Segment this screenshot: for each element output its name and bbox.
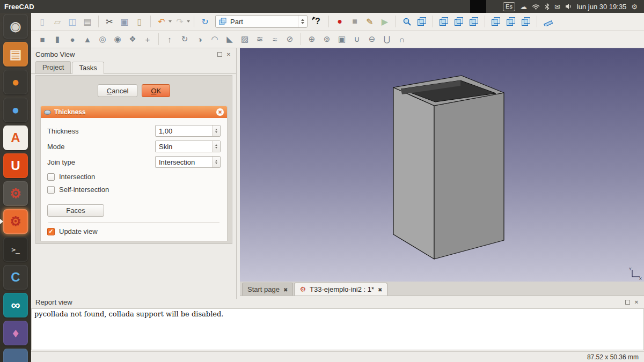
tab-close-icon[interactable] xyxy=(283,285,288,293)
spinbox-arrows-icon[interactable] xyxy=(212,125,220,136)
mode-combobox[interactable]: Skin xyxy=(155,141,221,152)
3d-viewport[interactable]: Y X xyxy=(240,48,644,282)
part-ruled-surface-button[interactable]: ▨ xyxy=(238,32,252,46)
part-create-primitives-button[interactable]: ❖ xyxy=(126,32,140,46)
part-shape-builder-button[interactable]: + xyxy=(141,32,155,46)
view-top-button[interactable] xyxy=(452,14,466,28)
tab-project[interactable]: Project xyxy=(35,61,71,73)
copy-button[interactable]: ▣ xyxy=(118,14,131,28)
paste-button[interactable]: ▯ xyxy=(133,14,147,28)
launcher-files[interactable]: ▤ xyxy=(3,42,28,67)
launcher-dash-home[interactable]: ◉ xyxy=(3,14,28,39)
thickness-spinbox[interactable] xyxy=(155,125,221,137)
view-left-button[interactable] xyxy=(519,14,533,28)
view-front-button[interactable] xyxy=(437,14,451,28)
part-fillet-button[interactable]: ◠ xyxy=(208,32,222,46)
new-document-button[interactable]: ▯ xyxy=(35,14,49,28)
part-box-button[interactable]: ■ xyxy=(35,32,49,46)
part-cone-button[interactable]: ▲ xyxy=(80,32,94,46)
workbench-selector[interactable]: Part xyxy=(215,15,308,28)
bluetooth-icon[interactable] xyxy=(545,3,550,10)
open-document-button[interactable]: ▱ xyxy=(50,14,64,28)
launcher-system-tools[interactable]: ⚙ xyxy=(3,181,28,206)
join-type-combobox[interactable]: Intersection xyxy=(155,156,221,168)
mail-icon[interactable]: ✉ xyxy=(554,3,560,11)
measure-distance-button[interactable] xyxy=(541,14,555,28)
redo-button[interactable]: ↷ xyxy=(173,14,187,28)
part-common-button[interactable]: ∩ xyxy=(395,32,409,46)
tab-document[interactable]: ⚙ T33-ejemplo-ini2 : 1* xyxy=(294,283,387,295)
view-bottom-button[interactable] xyxy=(504,14,518,28)
report-view-log[interactable]: pycollada not found, collada support wil… xyxy=(31,308,644,350)
macro-stop-button[interactable]: ■ xyxy=(348,14,362,28)
part-torus-button[interactable]: ◎ xyxy=(96,32,109,46)
part-revolve-button[interactable]: ↻ xyxy=(178,32,192,46)
part-loft-button[interactable]: ≋ xyxy=(253,32,267,46)
wifi-icon[interactable] xyxy=(532,4,540,10)
launcher-hidden-app[interactable] xyxy=(3,349,28,362)
combobox-arrows-icon[interactable] xyxy=(212,141,220,152)
session-gear-icon[interactable]: ⚙ xyxy=(631,3,638,11)
tab-close-icon[interactable] xyxy=(378,285,382,293)
self-intersection-checkbox-label: Self-intersection xyxy=(59,186,109,194)
part-mirror-button[interactable]: ◑ xyxy=(193,32,207,46)
undo-button[interactable]: ↶ xyxy=(155,14,169,28)
report-close-button[interactable] xyxy=(633,299,640,306)
part-extrude-button[interactable]: ↑ xyxy=(163,32,177,46)
part-offset-button[interactable]: ⊚ xyxy=(320,32,334,46)
cut-button[interactable]: ✂ xyxy=(103,14,116,28)
launcher-ubuntu-software[interactable]: A xyxy=(3,125,28,150)
intersection-checkbox[interactable] xyxy=(47,173,55,181)
part-cut-button[interactable]: ⊖ xyxy=(365,32,379,46)
cancel-button[interactable]: Cancel xyxy=(98,84,137,97)
axonometric-view-button[interactable] xyxy=(415,14,429,28)
report-float-button[interactable] xyxy=(625,300,630,305)
task-close-icon[interactable] xyxy=(216,108,224,116)
launcher-web-browser[interactable]: ● xyxy=(3,98,28,122)
part-tube-button[interactable]: ◉ xyxy=(111,32,125,46)
self-intersection-checkbox[interactable] xyxy=(47,186,55,194)
part-cylinder-button[interactable]: ▮ xyxy=(50,32,64,46)
keyboard-layout-indicator[interactable]: Es xyxy=(503,2,515,11)
part-section-button[interactable]: ⊘ xyxy=(283,32,297,46)
launcher-terminal[interactable]: >_ xyxy=(3,237,28,262)
volume-icon[interactable] xyxy=(565,3,572,10)
macro-edit-button[interactable]: ✎ xyxy=(363,14,377,28)
launcher-c-application[interactable]: C xyxy=(3,265,28,290)
part-sweep-button[interactable]: ≈ xyxy=(268,32,282,46)
update-view-checkbox[interactable] xyxy=(47,228,55,235)
tab-start-page[interactable]: Start page xyxy=(242,283,293,295)
ok-button[interactable]: OK xyxy=(142,84,170,97)
view-rear-button[interactable] xyxy=(489,14,503,28)
part-sphere-button[interactable]: ● xyxy=(65,32,79,46)
launcher-arduino[interactable]: ∞ xyxy=(3,293,28,317)
save-document-button[interactable]: ◫ xyxy=(65,14,79,28)
combobox-arrows-icon[interactable] xyxy=(212,157,220,167)
part-fuse-button[interactable]: ⋃ xyxy=(380,32,394,46)
launcher-media-app[interactable]: ♦ xyxy=(3,321,28,345)
launcher-firefox[interactable]: ● xyxy=(3,70,28,94)
launcher-ubuntu-one[interactable]: U xyxy=(3,153,28,178)
part-boolean-button[interactable]: ∪ xyxy=(350,32,364,46)
zoom-button[interactable] xyxy=(400,14,414,28)
panel-close-button[interactable] xyxy=(225,51,232,57)
undo-dropdown-icon[interactable] xyxy=(169,20,172,23)
combo-spin-arrows-icon[interactable] xyxy=(298,16,304,27)
thickness-input[interactable] xyxy=(159,127,207,135)
cloud-sync-icon[interactable]: ☁ xyxy=(520,3,527,11)
view-right-button[interactable] xyxy=(467,14,481,28)
print-button[interactable]: ▤ xyxy=(80,14,94,28)
tab-tasks[interactable]: Tasks xyxy=(72,62,104,74)
part-thickness-button[interactable]: ▣ xyxy=(335,32,349,46)
panel-float-button[interactable] xyxy=(217,52,222,57)
whats-this-button[interactable]: ? xyxy=(311,14,325,28)
macro-record-button[interactable]: ● xyxy=(333,14,347,28)
launcher-freecad[interactable]: ⚙ xyxy=(3,209,28,234)
part-cross-sections-button[interactable]: ⊕ xyxy=(305,32,319,46)
faces-button[interactable]: Faces xyxy=(47,204,104,217)
clock[interactable]: lun jun 30 19:35 xyxy=(577,3,627,11)
redo-dropdown-icon[interactable] xyxy=(187,20,190,23)
part-chamfer-button[interactable]: ◣ xyxy=(223,32,237,46)
refresh-button[interactable]: ↻ xyxy=(198,14,212,28)
macro-play-button[interactable]: ▶ xyxy=(378,14,392,28)
